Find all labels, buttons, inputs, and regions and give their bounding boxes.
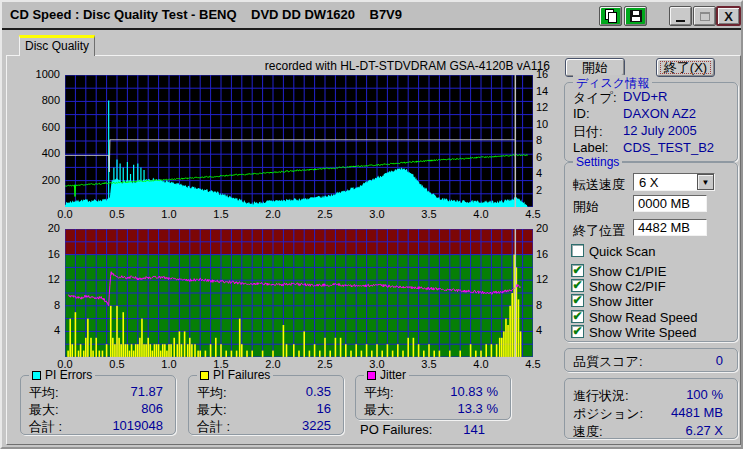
axis-tick: 16 bbox=[536, 68, 560, 80]
pi-failures-jitter-chart bbox=[65, 229, 533, 357]
legend-label: Jitter bbox=[380, 368, 406, 382]
axis-tick: 20 bbox=[536, 222, 560, 234]
axis-tick: 4 bbox=[536, 167, 560, 179]
position-label: ポジション: bbox=[573, 405, 643, 423]
app-window: CD Speed : Disc Quality Test - BENQ DVD … bbox=[0, 0, 743, 449]
pi-failures-stats-box: PI Failures 平均: 0.35 最大: 16 合計 : 3225 bbox=[188, 375, 344, 435]
show-c1pie-checkbox[interactable]: ✔ bbox=[571, 264, 584, 277]
show-c2pif-checkbox[interactable]: ✔ bbox=[571, 279, 584, 292]
axis-tick: 16 bbox=[536, 248, 560, 260]
pi-failures-legend: PI Failures bbox=[197, 368, 273, 382]
save-button[interactable] bbox=[624, 6, 647, 26]
axis-tick: 4 bbox=[22, 324, 60, 336]
speed-label: 転送速度 bbox=[573, 176, 625, 194]
stop-button[interactable]: 終了(X) bbox=[656, 58, 715, 77]
axis-tick: 1.0 bbox=[157, 358, 181, 370]
progress-group: 進行状況: 100 % ポジション: 4481 MB 速度: 6.27 X bbox=[564, 378, 738, 439]
show-c2pif-label: Show C2/PIF bbox=[589, 279, 666, 294]
minimize-button[interactable] bbox=[669, 6, 692, 26]
axis-tick: 400 bbox=[22, 147, 60, 159]
axis-tick: 12 bbox=[536, 273, 560, 285]
axis-tick: 1.0 bbox=[157, 208, 181, 220]
show-read-speed-label: Show Read Speed bbox=[589, 310, 697, 325]
start-pos-value: 0000 MB bbox=[638, 196, 690, 211]
close-button[interactable]: X bbox=[716, 6, 741, 26]
copy-button[interactable] bbox=[599, 6, 622, 26]
titlebar[interactable]: CD Speed : Disc Quality Test - BENQ DVD … bbox=[2, 2, 741, 30]
disc-date-value: 12 July 2005 bbox=[623, 123, 697, 138]
speed-dropdown[interactable]: 6 X ▼ bbox=[633, 173, 715, 191]
speed-readout-label: 速度: bbox=[573, 423, 603, 441]
quality-score-value: 0 bbox=[663, 353, 723, 368]
quality-score-group: 品質スコア: 0 bbox=[564, 348, 738, 372]
axis-tick: 16 bbox=[22, 248, 60, 260]
stat-value: 806 bbox=[141, 401, 163, 416]
axis-tick: 0.5 bbox=[105, 208, 129, 220]
quick-scan-label: Quick Scan bbox=[589, 244, 655, 259]
stat-label: 平均: bbox=[29, 384, 59, 402]
show-c1pie-label: Show C1/PIE bbox=[589, 264, 666, 279]
jitter-legend: Jitter bbox=[364, 368, 409, 382]
end-pos-label: 終了位置 bbox=[573, 222, 625, 240]
disc-id-label: ID: bbox=[573, 106, 590, 121]
legend-swatch bbox=[200, 371, 209, 380]
save-icon bbox=[629, 9, 643, 23]
disc-info-group: ディスク情報 タイプ: DVD+R ID: DAXON AZ2 日付: 12 J… bbox=[564, 82, 738, 162]
disc-type-value: DVD+R bbox=[623, 89, 667, 104]
maximize-button[interactable] bbox=[693, 6, 716, 26]
stat-value: 1019048 bbox=[112, 418, 163, 433]
settings-title: Settings bbox=[573, 155, 622, 169]
speed-value: 6 X bbox=[639, 175, 659, 190]
axis-tick: 2.5 bbox=[313, 358, 337, 370]
stat-value: 3225 bbox=[302, 418, 331, 433]
stat-value: 71.87 bbox=[130, 384, 163, 399]
end-pos-value: 4482 MB bbox=[638, 220, 690, 235]
stat-label: 最大: bbox=[29, 401, 59, 419]
pi-errors-chart bbox=[65, 75, 533, 207]
tab-disc-quality[interactable]: Disc Quality bbox=[19, 35, 95, 56]
minimize-icon bbox=[676, 20, 685, 22]
chevron-down-icon[interactable]: ▼ bbox=[697, 174, 714, 190]
show-read-speed-checkbox[interactable]: ✔ bbox=[571, 310, 584, 323]
axis-tick: 600 bbox=[22, 121, 60, 133]
pi-errors-legend: PI Errors bbox=[29, 368, 95, 382]
quick-scan-checkbox[interactable]: ✔ bbox=[571, 244, 584, 257]
stat-label: 合計 : bbox=[29, 418, 62, 436]
close-icon: X bbox=[724, 10, 733, 23]
axis-tick: 800 bbox=[22, 94, 60, 106]
start-pos-field[interactable]: 0000 MB bbox=[633, 195, 707, 212]
start-pos-label: 開始 bbox=[573, 198, 599, 216]
position-value: 4481 MB bbox=[643, 405, 723, 420]
axis-tick: 20 bbox=[22, 222, 60, 234]
disc-type-label: タイプ: bbox=[573, 89, 617, 107]
show-write-speed-label: Show Write Speed bbox=[589, 325, 696, 340]
stat-label: 最大: bbox=[197, 401, 227, 419]
show-jitter-checkbox[interactable]: ✔ bbox=[571, 294, 584, 307]
stat-label: 合計 : bbox=[197, 418, 230, 436]
maximize-icon bbox=[700, 12, 710, 21]
axis-tick: 8 bbox=[536, 134, 560, 146]
jitter-stats-box: Jitter 平均: 10.83 % 最大: 13.3 % bbox=[355, 375, 511, 420]
pi-errors-stats-box: PI Errors 平均: 71.87 最大: 806 合計 : 1019048 bbox=[20, 375, 176, 435]
axis-tick: 3.5 bbox=[417, 208, 441, 220]
axis-tick: 12 bbox=[536, 101, 560, 113]
tab-label: Disc Quality bbox=[25, 39, 89, 53]
quality-score-label: 品質スコア: bbox=[573, 353, 643, 371]
axis-tick: 12 bbox=[22, 273, 60, 285]
stat-value: 13.3 % bbox=[458, 401, 498, 416]
stat-value: 0.35 bbox=[306, 384, 331, 399]
stop-button-label: 終了(X) bbox=[664, 60, 707, 75]
disc-label-label: Label: bbox=[573, 140, 608, 155]
axis-tick: 6 bbox=[536, 151, 560, 163]
show-write-speed-checkbox[interactable]: ✔ bbox=[571, 325, 584, 338]
stat-label: 平均: bbox=[197, 384, 227, 402]
axis-tick: 4 bbox=[536, 324, 560, 336]
po-failures-value: 141 bbox=[355, 422, 485, 437]
axis-tick: 2.0 bbox=[261, 208, 285, 220]
axis-tick: 4.5 bbox=[521, 208, 545, 220]
axis-tick: 2 bbox=[536, 184, 560, 196]
axis-tick: 0.0 bbox=[53, 208, 77, 220]
stat-label: 平均: bbox=[364, 384, 394, 402]
copy-icon bbox=[604, 9, 618, 23]
end-pos-field[interactable]: 4482 MB bbox=[633, 219, 707, 236]
